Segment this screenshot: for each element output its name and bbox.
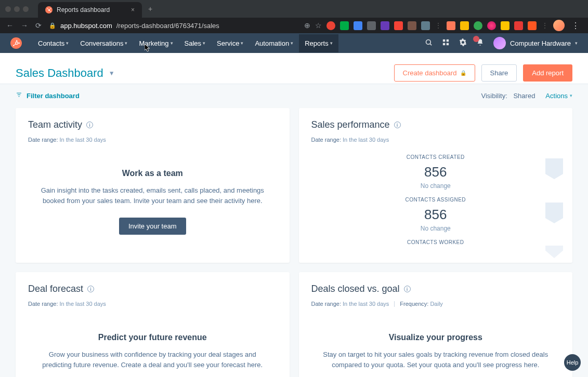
close-tab-icon[interactable]: × [131, 6, 135, 14]
account-label: Computer Hardware [510, 39, 571, 47]
extension-divider: ⋮ [541, 21, 548, 30]
date-range-label: Date range: [311, 301, 341, 307]
svg-line-4 [48, 9, 49, 10]
empty-state-title: Predict your future revenue [38, 333, 267, 342]
svg-line-13 [15, 44, 16, 45]
notifications-bell-icon[interactable] [476, 38, 484, 48]
svg-point-3 [50, 11, 51, 12]
browser-tab[interactable]: Reports dashboard × [38, 2, 142, 18]
account-switcher[interactable]: Computer Hardware ▾ [493, 37, 578, 49]
extension-icon[interactable] [460, 21, 469, 30]
actions-menu[interactable]: Actions ▾ [545, 92, 572, 100]
chevron-down-icon: ▾ [171, 41, 173, 46]
notification-badge [473, 36, 479, 42]
settings-gear-icon[interactable] [459, 38, 467, 48]
reload-button[interactable]: ⟳ [35, 21, 42, 30]
info-icon[interactable]: i [87, 286, 94, 292]
nav-contacts[interactable]: Contacts▾ [32, 34, 74, 52]
create-dashboard-button[interactable]: Create dashboard 🔒 [394, 64, 475, 82]
svg-line-6 [49, 10, 50, 11]
chevron-down-icon: ▾ [291, 41, 293, 46]
card-title-text: Deal forecast [28, 284, 83, 294]
card-deal-forecast: Deal forecast i Date range: In the last … [16, 272, 290, 377]
extension-icon[interactable] [528, 21, 537, 30]
shield-icon [545, 246, 563, 258]
nav-conversations[interactable]: Conversations▾ [74, 34, 133, 52]
empty-state-body: Grow your business with confidence by tr… [38, 349, 267, 370]
extension-icon[interactable] [354, 21, 362, 30]
invite-team-button[interactable]: Invite your team [119, 218, 186, 235]
profile-avatar[interactable] [553, 20, 565, 31]
nav-marketing[interactable]: Marketing▾ [133, 34, 178, 52]
nav-reports[interactable]: Reports▾ [299, 34, 338, 52]
marketplace-icon[interactable] [442, 38, 450, 48]
empty-state-title: Visualize your progress [322, 333, 550, 342]
date-range-value: In the last 30 days [60, 137, 106, 143]
hubspot-logo-icon[interactable] [10, 37, 22, 49]
forward-button[interactable]: → [21, 21, 28, 30]
date-range-value: In the last 30 days [343, 137, 389, 143]
svg-point-7 [16, 42, 18, 45]
back-button[interactable]: ← [6, 21, 14, 30]
dashboard-selector[interactable]: Sales Dashboard ▼ [16, 66, 115, 80]
extension-icon[interactable] [381, 21, 389, 30]
extension-icon[interactable] [487, 21, 496, 30]
nav-service[interactable]: Service▾ [211, 34, 249, 52]
browser-menu-icon[interactable]: ⋮ [569, 21, 582, 31]
svg-rect-18 [443, 43, 445, 45]
address-bar[interactable]: 🔒 app.hubspot.com/reports-dashboard/6763… [49, 22, 219, 30]
empty-state-body: Gain insight into the tasks created, ema… [38, 185, 267, 206]
svg-point-10 [13, 45, 14, 46]
extension-icon[interactable] [474, 21, 482, 30]
window-traffic-lights [5, 6, 29, 12]
svg-point-8 [16, 40, 17, 41]
visibility-status: Visibility: Shared [481, 92, 535, 100]
card-deals-closed-vs-goal: Deals closed vs. goal i Date range: In t… [299, 272, 573, 377]
empty-state-body: Stay on target to hit your sales goals b… [322, 349, 550, 370]
main-nav: Contacts▾ Conversations▾ Marketing▾ Sale… [0, 33, 588, 53]
card-team-activity: Team activity i Date range: In the last … [16, 108, 290, 263]
info-icon[interactable]: i [394, 122, 401, 128]
extension-icon[interactable] [514, 21, 523, 30]
date-range-label: Date range: [28, 301, 58, 307]
extension-icon[interactable] [447, 21, 455, 30]
svg-line-5 [49, 9, 50, 10]
zoom-icon[interactable]: ⊕ [304, 21, 310, 30]
new-tab-button[interactable]: + [148, 5, 152, 13]
svg-line-15 [430, 44, 432, 45]
card-title-text: Sales performance [311, 119, 390, 130]
filter-dashboard-link[interactable]: Filter dashboard [16, 91, 80, 100]
metric-contacts-assigned: CONTACTS ASSIGNED 856 No change [311, 197, 560, 232]
chevron-down-icon: ▾ [66, 41, 69, 46]
bookmark-star-icon[interactable]: ☆ [315, 21, 322, 30]
caret-down-icon: ▾ [570, 93, 572, 98]
frequency-label: Frequency: [400, 301, 428, 307]
info-icon[interactable]: i [404, 286, 411, 292]
help-button[interactable]: Help [564, 354, 581, 371]
svg-rect-19 [447, 43, 449, 45]
nav-sales[interactable]: Sales▾ [179, 34, 212, 52]
svg-rect-16 [443, 39, 445, 42]
extension-icon[interactable] [340, 21, 349, 30]
info-icon[interactable]: i [86, 122, 93, 128]
svg-point-14 [426, 40, 430, 45]
nav-automation[interactable]: Automation▾ [249, 34, 299, 52]
extension-icon[interactable] [501, 21, 509, 30]
search-icon[interactable] [425, 38, 433, 48]
date-range-label: Date range: [28, 137, 58, 143]
extension-icon[interactable] [408, 21, 416, 30]
extension-icon[interactable] [367, 21, 376, 30]
share-button[interactable]: Share [481, 64, 517, 82]
date-range-value: In the last 30 days [343, 301, 389, 307]
caret-down-icon: ▼ [109, 70, 115, 77]
chevron-down-icon: ▾ [125, 41, 127, 46]
card-sales-performance: Sales performance i Date range: In the l… [299, 108, 573, 263]
card-title-text: Team activity [28, 119, 82, 130]
extension-icon[interactable] [421, 21, 430, 30]
add-report-button[interactable]: Add report [523, 64, 572, 82]
extension-icon[interactable] [394, 21, 403, 30]
lock-icon: 🔒 [460, 70, 466, 76]
svg-point-9 [19, 43, 20, 44]
extension-icon[interactable] [326, 21, 335, 30]
meta-divider [394, 301, 395, 307]
